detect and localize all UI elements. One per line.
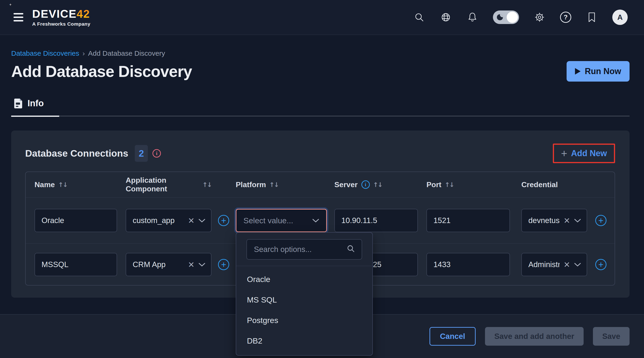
breadcrumb-separator: › — [82, 49, 85, 57]
logo-tagline: A Freshworks Company — [32, 21, 90, 26]
breadcrumb-current: Add Database Discovery — [88, 49, 165, 57]
clear-icon[interactable]: × — [188, 215, 194, 226]
connections-table: Name ↑↓ Application Component ↑↓ Platfor… — [25, 172, 615, 286]
save-button[interactable]: Save — [593, 327, 630, 346]
platform-dropdown: Oracle MS SQL Postgres DB2 — [236, 232, 373, 356]
dropdown-option-ms-sql[interactable]: MS SQL — [236, 290, 372, 310]
add-application-component-button[interactable]: + — [218, 259, 229, 270]
server-info-icon[interactable]: i — [362, 180, 370, 189]
top-bar-actions: + ? A — [413, 9, 628, 25]
help-icon[interactable]: ? — [560, 12, 571, 23]
table-header-row: Name ↑↓ Application Component ↑↓ Platfor… — [26, 172, 614, 198]
card-title: Database Connections — [25, 148, 128, 159]
clear-icon[interactable]: × — [188, 259, 194, 270]
column-header-platform: Platform ↑↓ — [236, 180, 327, 189]
column-header-credential: Credential — [521, 180, 587, 189]
application-component-select[interactable]: CRM App × — [126, 253, 212, 276]
device42-logo: DEVICE42 A Freshworks Company — [32, 8, 90, 26]
document-icon — [14, 98, 23, 109]
column-header-application-component: Application Component ↑↓ — [126, 176, 212, 193]
toggle-knob — [507, 12, 518, 23]
search-icon[interactable] — [413, 11, 425, 23]
bookmark-icon[interactable] — [586, 11, 598, 23]
connection-count-badge: 2 — [135, 145, 148, 162]
dropdown-option-oracle[interactable]: Oracle — [236, 269, 372, 290]
breadcrumb: Database Discoveries › Add Database Disc… — [11, 49, 630, 57]
tab-info-label: Info — [28, 98, 44, 108]
database-connections-card: Database Connections 2 i + Add New Name — [11, 130, 630, 298]
chevron-down-icon — [312, 218, 319, 223]
dropdown-search-section — [236, 233, 372, 266]
table-row: custom_app × + Select value... — [26, 198, 614, 244]
add-credential-button[interactable]: + — [595, 215, 606, 226]
add-new-button[interactable]: + Add New — [561, 148, 607, 159]
play-icon — [575, 68, 580, 75]
platform-cell: Select value... — [236, 209, 327, 232]
connections-info-icon[interactable]: i — [152, 149, 161, 158]
notifications-icon[interactable] — [466, 11, 478, 23]
globe-icon[interactable] — [440, 11, 452, 23]
logo-text: DEVICE42 — [32, 8, 90, 19]
plus-icon: + — [561, 148, 567, 159]
card-header: Database Connections 2 i + Add New — [25, 144, 615, 163]
sort-icon[interactable]: ↑↓ — [445, 181, 454, 188]
spark-icon: + — [9, 3, 12, 6]
search-icon — [347, 245, 355, 254]
platform-select[interactable]: Select value... — [236, 209, 327, 232]
clear-icon[interactable]: × — [564, 259, 570, 270]
dropdown-options: Oracle MS SQL Postgres DB2 — [236, 266, 372, 355]
title-row: Add Database Discovery Run Now — [11, 61, 630, 82]
card-title-group: Database Connections 2 i — [25, 145, 161, 162]
menu-icon[interactable] — [14, 13, 23, 21]
add-application-component-button[interactable]: + — [218, 215, 229, 226]
clear-icon[interactable]: × — [564, 215, 570, 226]
dropdown-option-postgres[interactable]: Postgres — [236, 310, 372, 331]
moon-icon — [497, 14, 503, 20]
sort-icon[interactable]: ↑↓ — [269, 181, 278, 188]
settings-icon[interactable] — [534, 11, 546, 23]
column-header-server: Server i ↑↓ — [334, 180, 418, 189]
annotation-highlight: + Add New — [553, 144, 615, 163]
tab-info[interactable]: Info — [11, 98, 59, 117]
top-bar: DEVICE42 A Freshworks Company + — [0, 0, 644, 35]
top-bar-left: DEVICE42 A Freshworks Company — [14, 8, 90, 26]
chevron-down-icon — [198, 262, 206, 267]
add-credential-button[interactable]: + — [595, 259, 606, 270]
port-input[interactable] — [426, 209, 510, 232]
main-content: Database Discoveries › Add Database Disc… — [0, 49, 644, 298]
sort-icon[interactable]: ↑↓ — [202, 181, 212, 188]
run-now-button[interactable]: Run Now — [566, 61, 630, 82]
dropdown-option-db2[interactable]: DB2 — [236, 331, 372, 351]
chevron-down-icon — [574, 218, 581, 223]
credential-select[interactable]: Administr × — [521, 253, 587, 276]
name-input[interactable] — [34, 209, 117, 232]
name-input[interactable] — [34, 253, 117, 276]
avatar[interactable]: A — [612, 9, 628, 25]
credential-select[interactable]: devnetus × — [521, 209, 587, 232]
cancel-button[interactable]: Cancel — [430, 327, 476, 346]
app-root: DEVICE42 A Freshworks Company + — [0, 0, 644, 358]
column-header-port: Port ↑↓ — [426, 180, 510, 189]
theme-toggle[interactable]: + — [493, 10, 519, 24]
sort-icon[interactable]: ↑↓ — [373, 181, 382, 188]
application-component-select[interactable]: custom_app × — [126, 209, 212, 232]
save-and-add-another-button[interactable]: Save and add another — [485, 327, 584, 346]
tab-bar: Info — [11, 98, 630, 116]
chevron-down-icon — [198, 218, 206, 223]
server-input[interactable] — [334, 209, 418, 232]
sort-icon[interactable]: ↑↓ — [58, 181, 67, 188]
column-header-name: Name ↑↓ — [34, 180, 117, 189]
page-title: Add Database Discovery — [11, 62, 192, 81]
breadcrumb-parent-link[interactable]: Database Discoveries — [11, 49, 79, 57]
port-input[interactable] — [426, 253, 510, 276]
dropdown-search-input[interactable] — [246, 239, 362, 260]
chevron-down-icon — [574, 262, 581, 267]
